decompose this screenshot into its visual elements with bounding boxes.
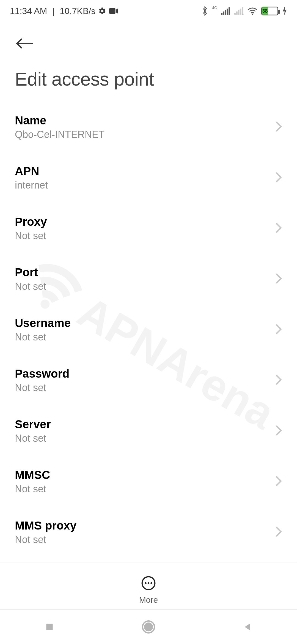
field-label: MMS proxy	[15, 519, 76, 532]
svg-point-12	[252, 14, 253, 15]
field-value: Not set	[15, 534, 76, 545]
status-time: 11:34 AM	[10, 6, 47, 16]
header: Edit access point	[0, 22, 297, 98]
field-value: Not set	[15, 331, 71, 343]
page-title: Edit access point	[15, 68, 282, 90]
field-value: internet	[15, 179, 48, 191]
field-label: MMSC	[15, 468, 50, 482]
svg-rect-3	[225, 10, 226, 15]
more-button[interactable]: More	[139, 575, 158, 605]
signal-sim2-icon: ×	[234, 7, 244, 15]
svg-rect-5	[229, 7, 230, 15]
svg-point-21	[144, 623, 153, 632]
svg-rect-9	[240, 9, 241, 15]
field-label: Proxy	[15, 215, 47, 228]
field-port[interactable]: Port Not set	[6, 255, 292, 303]
system-nav-bar	[0, 609, 297, 644]
field-label: Port	[15, 266, 46, 279]
svg-rect-6	[234, 13, 236, 15]
chevron-right-icon	[275, 222, 282, 235]
field-server[interactable]: Server Not set	[6, 407, 292, 455]
field-value: Qbo-Cel-INTERNET	[15, 129, 105, 140]
svg-rect-0	[109, 8, 116, 14]
back-button[interactable]	[15, 37, 34, 51]
field-password[interactable]: Password Not set	[6, 357, 292, 404]
wifi-icon	[248, 7, 257, 15]
svg-point-16	[145, 582, 147, 584]
battery-icon: 38	[261, 7, 278, 15]
field-value: Not set	[15, 382, 69, 394]
field-proxy[interactable]: Proxy Not set	[6, 205, 292, 252]
svg-rect-19	[46, 624, 53, 630]
chevron-right-icon	[275, 374, 282, 387]
svg-rect-4	[227, 9, 228, 15]
more-icon	[141, 575, 156, 592]
field-username[interactable]: Username Not set	[6, 306, 292, 353]
field-label: APN	[15, 165, 48, 178]
chevron-right-icon	[275, 475, 282, 488]
field-mms-proxy[interactable]: MMS proxy Not set	[6, 509, 292, 556]
signal-4g-label: 4G	[212, 6, 217, 9]
camera-icon	[109, 8, 119, 14]
charging-icon	[282, 7, 287, 15]
svg-rect-7	[236, 12, 238, 15]
triangle-left-icon	[242, 621, 253, 632]
field-value: Not set	[15, 281, 46, 292]
field-label: Name	[15, 114, 105, 127]
nav-back-button[interactable]	[220, 621, 275, 632]
nav-home-button[interactable]	[121, 620, 176, 634]
signal-sim1-icon	[221, 7, 230, 15]
field-value: Not set	[15, 483, 50, 495]
battery-percent: 38	[262, 7, 268, 15]
settings-list: APNArena Name Qbo-Cel-INTERNET APN inter…	[0, 98, 297, 588]
svg-rect-8	[238, 10, 240, 15]
status-separator: |	[50, 6, 57, 16]
svg-text:×: ×	[242, 13, 244, 15]
field-value: Not set	[15, 433, 51, 444]
status-left: 11:34 AM | 10.7KB/s	[10, 6, 119, 16]
status-bar: 11:34 AM | 10.7KB/s 4G × 38	[0, 0, 297, 22]
status-right: 4G × 38	[202, 6, 287, 16]
chevron-right-icon	[275, 425, 282, 437]
svg-rect-2	[223, 12, 224, 15]
field-value: Not set	[15, 230, 47, 242]
arrow-left-icon	[15, 37, 34, 50]
field-label: Password	[15, 367, 69, 380]
chevron-right-icon	[275, 323, 282, 336]
svg-point-17	[148, 582, 150, 584]
bottom-toolbar: More	[0, 563, 297, 609]
svg-point-18	[150, 582, 152, 584]
field-name[interactable]: Name Qbo-Cel-INTERNET	[6, 103, 292, 151]
circle-icon	[141, 620, 156, 634]
bluetooth-icon	[202, 6, 208, 16]
status-net-speed: 10.7KB/s	[60, 6, 95, 16]
field-mmsc[interactable]: MMSC Not set	[6, 458, 292, 505]
svg-rect-1	[221, 13, 222, 15]
gear-icon	[98, 7, 106, 15]
nav-recent-button[interactable]	[22, 621, 77, 632]
square-icon	[44, 621, 55, 632]
field-label: Username	[15, 316, 71, 330]
field-label: Server	[15, 418, 51, 431]
chevron-right-icon	[275, 121, 282, 133]
chevron-right-icon	[275, 526, 282, 539]
chevron-right-icon	[275, 273, 282, 285]
field-apn[interactable]: APN internet	[6, 154, 292, 201]
more-label: More	[139, 595, 158, 605]
chevron-right-icon	[275, 171, 282, 184]
